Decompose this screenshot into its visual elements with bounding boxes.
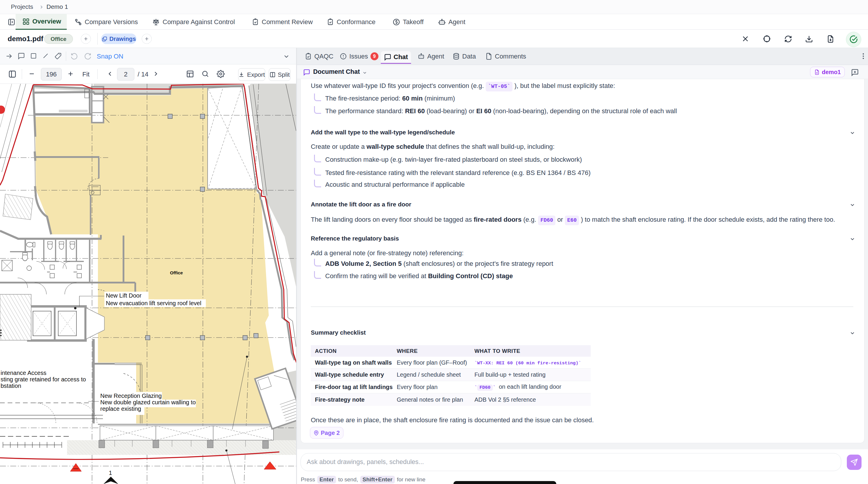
svg-text:New double glazed curtain wall: New double glazed curtain walling to <box>100 399 196 405</box>
svg-text:replace existing: replace existing <box>100 405 141 412</box>
svg-text:New Reception Glazing: New Reception Glazing <box>100 393 162 399</box>
svg-text:New evacuation lift serving ro: New evacuation lift serving roof level <box>106 300 202 306</box>
svg-text:intenance Access: intenance Access <box>1 370 46 376</box>
svg-text:1: 1 <box>109 470 112 476</box>
svg-text:New Lift Door: New Lift Door <box>106 292 142 299</box>
svg-text:sting grate retained for acces: sting grate retained for access to <box>1 376 86 383</box>
svg-text:Office: Office <box>170 270 183 275</box>
svg-text:bstation: bstation <box>1 383 21 389</box>
